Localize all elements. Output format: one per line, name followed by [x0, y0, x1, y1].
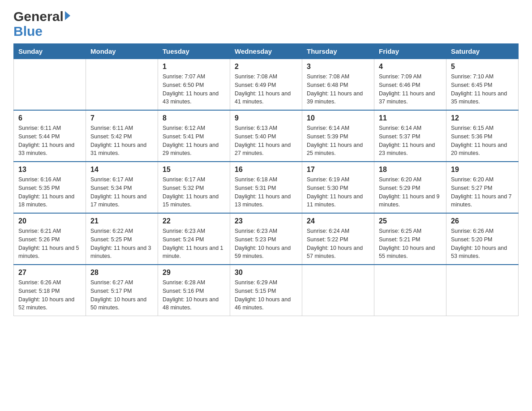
calendar-week-4: 20Sunrise: 6:21 AMSunset: 5:26 PMDayligh… — [14, 213, 519, 265]
calendar-header-row: SundayMondayTuesdayWednesdayThursdayFrid… — [14, 44, 519, 59]
day-info: Sunrise: 7:08 AMSunset: 6:49 PMDaylight:… — [235, 73, 297, 106]
header-friday: Friday — [374, 44, 446, 59]
calendar-cell: 25Sunrise: 6:25 AMSunset: 5:21 PMDayligh… — [374, 213, 446, 265]
calendar-week-3: 13Sunrise: 6:16 AMSunset: 5:35 PMDayligh… — [14, 162, 519, 213]
day-info: Sunrise: 6:26 AMSunset: 5:20 PMDaylight:… — [451, 227, 514, 261]
calendar-cell: 24Sunrise: 6:24 AMSunset: 5:22 PMDayligh… — [302, 213, 374, 265]
day-info: Sunrise: 6:11 AMSunset: 5:44 PMDaylight:… — [18, 124, 81, 158]
day-info: Sunrise: 6:27 AMSunset: 5:17 PMDaylight:… — [90, 278, 153, 312]
day-info: Sunrise: 6:19 AMSunset: 5:30 PMDaylight:… — [307, 176, 369, 209]
day-info: Sunrise: 6:14 AMSunset: 5:37 PMDaylight:… — [379, 124, 442, 158]
calendar-cell: 15Sunrise: 6:17 AMSunset: 5:32 PMDayligh… — [158, 162, 230, 213]
header-tuesday: Tuesday — [158, 44, 230, 59]
calendar-cell: 5Sunrise: 7:10 AMSunset: 6:45 PMDaylight… — [446, 59, 519, 111]
day-info: Sunrise: 7:08 AMSunset: 6:48 PMDaylight:… — [307, 73, 369, 106]
day-number: 26 — [451, 217, 514, 225]
calendar-cell: 14Sunrise: 6:17 AMSunset: 5:34 PMDayligh… — [86, 162, 158, 213]
day-info: Sunrise: 6:23 AMSunset: 5:23 PMDaylight:… — [235, 227, 297, 261]
calendar-cell — [446, 265, 519, 316]
day-info: Sunrise: 7:07 AMSunset: 6:50 PMDaylight:… — [163, 73, 225, 106]
day-info: Sunrise: 6:23 AMSunset: 5:24 PMDaylight:… — [163, 227, 225, 261]
day-info: Sunrise: 6:20 AMSunset: 5:29 PMDaylight:… — [379, 176, 442, 209]
day-number: 27 — [18, 269, 81, 277]
day-number: 22 — [163, 217, 225, 225]
calendar-cell: 4Sunrise: 7:09 AMSunset: 6:46 PMDaylight… — [374, 59, 446, 111]
calendar-cell: 10Sunrise: 6:14 AMSunset: 5:39 PMDayligh… — [302, 110, 374, 162]
day-info: Sunrise: 6:18 AMSunset: 5:31 PMDaylight:… — [235, 176, 297, 209]
calendar-cell: 2Sunrise: 7:08 AMSunset: 6:49 PMDaylight… — [230, 59, 302, 111]
day-number: 17 — [307, 166, 369, 174]
day-number: 18 — [379, 166, 442, 174]
calendar-cell — [14, 59, 86, 111]
calendar-cell: 9Sunrise: 6:13 AMSunset: 5:40 PMDaylight… — [230, 110, 302, 162]
calendar-cell: 8Sunrise: 6:12 AMSunset: 5:41 PMDaylight… — [158, 110, 230, 162]
day-number: 20 — [18, 217, 81, 225]
calendar-cell: 6Sunrise: 6:11 AMSunset: 5:44 PMDaylight… — [14, 110, 86, 162]
day-number: 1 — [163, 63, 225, 71]
day-info: Sunrise: 6:13 AMSunset: 5:40 PMDaylight:… — [235, 124, 297, 158]
calendar-cell: 13Sunrise: 6:16 AMSunset: 5:35 PMDayligh… — [14, 162, 86, 213]
day-number: 8 — [163, 114, 225, 122]
day-info: Sunrise: 6:25 AMSunset: 5:21 PMDaylight:… — [379, 227, 442, 261]
day-info: Sunrise: 6:12 AMSunset: 5:41 PMDaylight:… — [163, 124, 225, 158]
calendar-cell: 12Sunrise: 6:15 AMSunset: 5:36 PMDayligh… — [446, 110, 519, 162]
header-monday: Monday — [86, 44, 158, 59]
day-number: 19 — [451, 166, 514, 174]
day-info: Sunrise: 7:10 AMSunset: 6:45 PMDaylight:… — [451, 73, 514, 106]
calendar-cell: 30Sunrise: 6:29 AMSunset: 5:15 PMDayligh… — [230, 265, 302, 316]
day-number: 11 — [379, 114, 442, 122]
day-info: Sunrise: 6:29 AMSunset: 5:15 PMDaylight:… — [235, 278, 297, 312]
calendar-cell: 1Sunrise: 7:07 AMSunset: 6:50 PMDaylight… — [158, 59, 230, 111]
day-number: 25 — [379, 217, 442, 225]
calendar-week-1: 1Sunrise: 7:07 AMSunset: 6:50 PMDaylight… — [14, 59, 519, 111]
day-info: Sunrise: 6:17 AMSunset: 5:32 PMDaylight:… — [163, 176, 225, 209]
header-thursday: Thursday — [302, 44, 374, 59]
day-number: 21 — [90, 217, 153, 225]
day-number: 14 — [90, 166, 153, 174]
header-sunday: Sunday — [14, 44, 86, 59]
calendar-cell: 21Sunrise: 6:22 AMSunset: 5:25 PMDayligh… — [86, 213, 158, 265]
day-info: Sunrise: 6:20 AMSunset: 5:27 PMDaylight:… — [451, 176, 514, 209]
calendar-cell: 18Sunrise: 6:20 AMSunset: 5:29 PMDayligh… — [374, 162, 446, 213]
day-info: Sunrise: 6:24 AMSunset: 5:22 PMDaylight:… — [307, 227, 369, 261]
calendar-cell: 3Sunrise: 7:08 AMSunset: 6:48 PMDaylight… — [302, 59, 374, 111]
calendar-cell: 23Sunrise: 6:23 AMSunset: 5:23 PMDayligh… — [230, 213, 302, 265]
day-info: Sunrise: 6:26 AMSunset: 5:18 PMDaylight:… — [18, 278, 81, 312]
header-saturday: Saturday — [446, 44, 519, 59]
day-info: Sunrise: 6:16 AMSunset: 5:35 PMDaylight:… — [18, 176, 81, 209]
calendar-cell: 28Sunrise: 6:27 AMSunset: 5:17 PMDayligh… — [86, 265, 158, 316]
calendar-cell — [86, 59, 158, 111]
calendar-cell: 22Sunrise: 6:23 AMSunset: 5:24 PMDayligh… — [158, 213, 230, 265]
day-number: 7 — [90, 114, 153, 122]
day-info: Sunrise: 6:15 AMSunset: 5:36 PMDaylight:… — [451, 124, 514, 158]
calendar-week-2: 6Sunrise: 6:11 AMSunset: 5:44 PMDaylight… — [14, 110, 519, 162]
day-info: Sunrise: 6:21 AMSunset: 5:26 PMDaylight:… — [18, 227, 81, 261]
calendar-cell: 19Sunrise: 6:20 AMSunset: 5:27 PMDayligh… — [446, 162, 519, 213]
calendar-cell: 29Sunrise: 6:28 AMSunset: 5:16 PMDayligh… — [158, 265, 230, 316]
day-info: Sunrise: 6:14 AMSunset: 5:39 PMDaylight:… — [307, 124, 369, 158]
page-header: General Blue — [13, 9, 519, 39]
day-number: 30 — [235, 269, 297, 277]
day-number: 15 — [163, 166, 225, 174]
day-number: 3 — [307, 63, 369, 71]
logo: General Blue — [13, 9, 71, 39]
calendar-cell: 11Sunrise: 6:14 AMSunset: 5:37 PMDayligh… — [374, 110, 446, 162]
day-number: 10 — [307, 114, 369, 122]
day-info: Sunrise: 6:11 AMSunset: 5:42 PMDaylight:… — [90, 124, 153, 158]
day-number: 23 — [235, 217, 297, 225]
calendar-table: SundayMondayTuesdayWednesdayThursdayFrid… — [13, 43, 519, 316]
day-info: Sunrise: 6:22 AMSunset: 5:25 PMDaylight:… — [90, 227, 153, 261]
header-wednesday: Wednesday — [230, 44, 302, 59]
day-number: 13 — [18, 166, 81, 174]
day-number: 4 — [379, 63, 442, 71]
calendar-cell: 17Sunrise: 6:19 AMSunset: 5:30 PMDayligh… — [302, 162, 374, 213]
day-number: 28 — [90, 269, 153, 277]
day-info: Sunrise: 6:28 AMSunset: 5:16 PMDaylight:… — [163, 278, 225, 312]
day-number: 2 — [235, 63, 297, 71]
calendar-cell — [302, 265, 374, 316]
day-number: 9 — [235, 114, 297, 122]
calendar-cell: 16Sunrise: 6:18 AMSunset: 5:31 PMDayligh… — [230, 162, 302, 213]
day-number: 5 — [451, 63, 514, 71]
calendar-week-5: 27Sunrise: 6:26 AMSunset: 5:18 PMDayligh… — [14, 265, 519, 316]
calendar-cell: 27Sunrise: 6:26 AMSunset: 5:18 PMDayligh… — [14, 265, 86, 316]
